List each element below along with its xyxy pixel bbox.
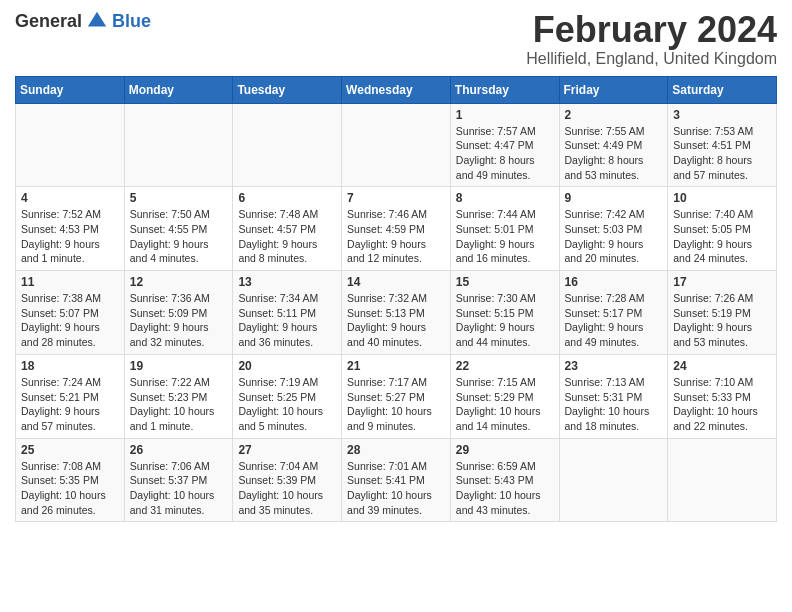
day-cell: 15Sunrise: 7:30 AM Sunset: 5:15 PM Dayli… — [450, 271, 559, 355]
day-info: Sunrise: 7:01 AM Sunset: 5:41 PM Dayligh… — [347, 459, 445, 518]
header-row: SundayMondayTuesdayWednesdayThursdayFrid… — [16, 76, 777, 103]
day-info: Sunrise: 7:38 AM Sunset: 5:07 PM Dayligh… — [21, 291, 119, 350]
day-number: 27 — [238, 443, 336, 457]
day-cell: 29Sunrise: 6:59 AM Sunset: 5:43 PM Dayli… — [450, 438, 559, 522]
day-cell: 18Sunrise: 7:24 AM Sunset: 5:21 PM Dayli… — [16, 354, 125, 438]
day-info: Sunrise: 7:22 AM Sunset: 5:23 PM Dayligh… — [130, 375, 228, 434]
day-number: 10 — [673, 191, 771, 205]
day-cell: 13Sunrise: 7:34 AM Sunset: 5:11 PM Dayli… — [233, 271, 342, 355]
day-number: 14 — [347, 275, 445, 289]
day-number: 7 — [347, 191, 445, 205]
day-cell: 2Sunrise: 7:55 AM Sunset: 4:49 PM Daylig… — [559, 103, 668, 187]
day-number: 18 — [21, 359, 119, 373]
day-cell: 17Sunrise: 7:26 AM Sunset: 5:19 PM Dayli… — [668, 271, 777, 355]
day-info: Sunrise: 7:06 AM Sunset: 5:37 PM Dayligh… — [130, 459, 228, 518]
header-cell-thursday: Thursday — [450, 76, 559, 103]
day-number: 13 — [238, 275, 336, 289]
week-row-5: 25Sunrise: 7:08 AM Sunset: 5:35 PM Dayli… — [16, 438, 777, 522]
day-cell: 24Sunrise: 7:10 AM Sunset: 5:33 PM Dayli… — [668, 354, 777, 438]
day-number: 29 — [456, 443, 554, 457]
week-row-2: 4Sunrise: 7:52 AM Sunset: 4:53 PM Daylig… — [16, 187, 777, 271]
day-number: 22 — [456, 359, 554, 373]
day-info: Sunrise: 7:34 AM Sunset: 5:11 PM Dayligh… — [238, 291, 336, 350]
day-cell — [16, 103, 125, 187]
week-row-3: 11Sunrise: 7:38 AM Sunset: 5:07 PM Dayli… — [16, 271, 777, 355]
day-number: 17 — [673, 275, 771, 289]
day-info: Sunrise: 7:32 AM Sunset: 5:13 PM Dayligh… — [347, 291, 445, 350]
day-number: 5 — [130, 191, 228, 205]
day-cell: 23Sunrise: 7:13 AM Sunset: 5:31 PM Dayli… — [559, 354, 668, 438]
header-cell-saturday: Saturday — [668, 76, 777, 103]
header-cell-friday: Friday — [559, 76, 668, 103]
day-info: Sunrise: 7:17 AM Sunset: 5:27 PM Dayligh… — [347, 375, 445, 434]
day-number: 28 — [347, 443, 445, 457]
day-cell — [124, 103, 233, 187]
day-number: 16 — [565, 275, 663, 289]
day-number: 12 — [130, 275, 228, 289]
day-info: Sunrise: 7:48 AM Sunset: 4:57 PM Dayligh… — [238, 207, 336, 266]
day-cell: 12Sunrise: 7:36 AM Sunset: 5:09 PM Dayli… — [124, 271, 233, 355]
day-number: 24 — [673, 359, 771, 373]
day-info: Sunrise: 7:52 AM Sunset: 4:53 PM Dayligh… — [21, 207, 119, 266]
day-number: 25 — [21, 443, 119, 457]
logo-icon — [86, 10, 108, 32]
day-number: 9 — [565, 191, 663, 205]
day-info: Sunrise: 7:19 AM Sunset: 5:25 PM Dayligh… — [238, 375, 336, 434]
logo-general: General — [15, 11, 82, 32]
day-number: 3 — [673, 108, 771, 122]
page-subtitle: Hellifield, England, United Kingdom — [526, 50, 777, 68]
title-area: February 2024 Hellifield, England, Unite… — [526, 10, 777, 68]
day-info: Sunrise: 7:40 AM Sunset: 5:05 PM Dayligh… — [673, 207, 771, 266]
day-number: 21 — [347, 359, 445, 373]
day-cell: 4Sunrise: 7:52 AM Sunset: 4:53 PM Daylig… — [16, 187, 125, 271]
day-cell: 22Sunrise: 7:15 AM Sunset: 5:29 PM Dayli… — [450, 354, 559, 438]
day-cell — [668, 438, 777, 522]
day-cell — [559, 438, 668, 522]
day-number: 26 — [130, 443, 228, 457]
day-info: Sunrise: 7:55 AM Sunset: 4:49 PM Dayligh… — [565, 124, 663, 183]
day-cell: 27Sunrise: 7:04 AM Sunset: 5:39 PM Dayli… — [233, 438, 342, 522]
day-info: Sunrise: 7:28 AM Sunset: 5:17 PM Dayligh… — [565, 291, 663, 350]
day-number: 4 — [21, 191, 119, 205]
day-cell: 16Sunrise: 7:28 AM Sunset: 5:17 PM Dayli… — [559, 271, 668, 355]
header-cell-wednesday: Wednesday — [342, 76, 451, 103]
day-cell: 21Sunrise: 7:17 AM Sunset: 5:27 PM Dayli… — [342, 354, 451, 438]
day-cell: 6Sunrise: 7:48 AM Sunset: 4:57 PM Daylig… — [233, 187, 342, 271]
day-cell — [233, 103, 342, 187]
day-cell: 19Sunrise: 7:22 AM Sunset: 5:23 PM Dayli… — [124, 354, 233, 438]
svg-marker-0 — [88, 12, 106, 27]
day-info: Sunrise: 7:36 AM Sunset: 5:09 PM Dayligh… — [130, 291, 228, 350]
day-info: Sunrise: 7:53 AM Sunset: 4:51 PM Dayligh… — [673, 124, 771, 183]
day-cell: 25Sunrise: 7:08 AM Sunset: 5:35 PM Dayli… — [16, 438, 125, 522]
header-cell-sunday: Sunday — [16, 76, 125, 103]
day-info: Sunrise: 7:24 AM Sunset: 5:21 PM Dayligh… — [21, 375, 119, 434]
day-info: Sunrise: 7:30 AM Sunset: 5:15 PM Dayligh… — [456, 291, 554, 350]
day-number: 15 — [456, 275, 554, 289]
day-info: Sunrise: 7:50 AM Sunset: 4:55 PM Dayligh… — [130, 207, 228, 266]
day-info: Sunrise: 7:08 AM Sunset: 5:35 PM Dayligh… — [21, 459, 119, 518]
page-title: February 2024 — [526, 10, 777, 50]
day-cell: 28Sunrise: 7:01 AM Sunset: 5:41 PM Dayli… — [342, 438, 451, 522]
day-info: Sunrise: 7:57 AM Sunset: 4:47 PM Dayligh… — [456, 124, 554, 183]
day-info: Sunrise: 7:42 AM Sunset: 5:03 PM Dayligh… — [565, 207, 663, 266]
day-cell — [342, 103, 451, 187]
logo: General Blue — [15, 10, 151, 32]
calendar-body: 1Sunrise: 7:57 AM Sunset: 4:47 PM Daylig… — [16, 103, 777, 522]
day-number: 19 — [130, 359, 228, 373]
day-cell: 8Sunrise: 7:44 AM Sunset: 5:01 PM Daylig… — [450, 187, 559, 271]
header-cell-monday: Monday — [124, 76, 233, 103]
day-info: Sunrise: 7:44 AM Sunset: 5:01 PM Dayligh… — [456, 207, 554, 266]
day-info: Sunrise: 7:46 AM Sunset: 4:59 PM Dayligh… — [347, 207, 445, 266]
header: General Blue February 2024 Hellifield, E… — [15, 10, 777, 68]
day-cell: 9Sunrise: 7:42 AM Sunset: 5:03 PM Daylig… — [559, 187, 668, 271]
day-info: Sunrise: 7:13 AM Sunset: 5:31 PM Dayligh… — [565, 375, 663, 434]
day-number: 6 — [238, 191, 336, 205]
day-cell: 3Sunrise: 7:53 AM Sunset: 4:51 PM Daylig… — [668, 103, 777, 187]
calendar-header: SundayMondayTuesdayWednesdayThursdayFrid… — [16, 76, 777, 103]
day-info: Sunrise: 7:10 AM Sunset: 5:33 PM Dayligh… — [673, 375, 771, 434]
day-cell: 10Sunrise: 7:40 AM Sunset: 5:05 PM Dayli… — [668, 187, 777, 271]
day-cell: 14Sunrise: 7:32 AM Sunset: 5:13 PM Dayli… — [342, 271, 451, 355]
day-info: Sunrise: 7:04 AM Sunset: 5:39 PM Dayligh… — [238, 459, 336, 518]
week-row-4: 18Sunrise: 7:24 AM Sunset: 5:21 PM Dayli… — [16, 354, 777, 438]
day-number: 8 — [456, 191, 554, 205]
